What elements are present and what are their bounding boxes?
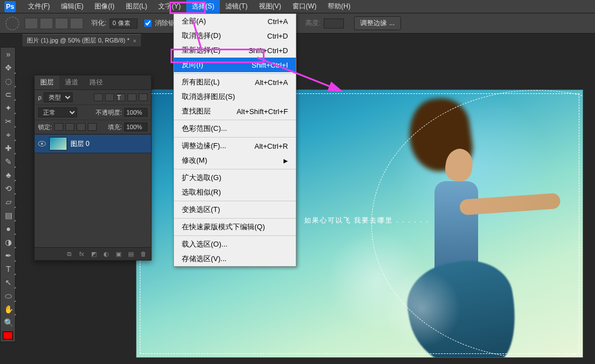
tool-brush[interactable]: ✎ bbox=[1, 155, 16, 168]
refine-edge-button[interactable]: 调整边缘 ... bbox=[354, 16, 400, 30]
menu-separator bbox=[174, 120, 296, 120]
filter-adjust-icon[interactable] bbox=[105, 93, 114, 101]
selection-intersect-button[interactable] bbox=[70, 18, 83, 29]
menu-layer[interactable]: 图层(L) bbox=[120, 0, 153, 13]
menu-item-label: 在快速蒙版模式下编辑(Q) bbox=[182, 222, 265, 232]
opacity-input[interactable] bbox=[124, 108, 148, 117]
selection-mode-group bbox=[25, 18, 83, 29]
layer-row[interactable]: 图层 0 bbox=[35, 134, 151, 153]
menu-file[interactable]: 文件(F) bbox=[22, 0, 55, 13]
selection-add-button[interactable] bbox=[40, 18, 53, 29]
current-tool-icon[interactable] bbox=[6, 17, 19, 30]
fill-input[interactable] bbox=[124, 122, 148, 131]
blend-mode-dropdown[interactable]: 正常 bbox=[38, 107, 77, 117]
tool-healing[interactable]: ✚ bbox=[1, 141, 16, 155]
tool-marquee[interactable]: ◌ bbox=[1, 74, 16, 88]
layers-empty-area bbox=[35, 153, 151, 247]
layer-fx-icon[interactable]: fx bbox=[77, 250, 86, 258]
tool-hand[interactable]: ✋ bbox=[1, 302, 16, 316]
tool-move[interactable]: ✥ bbox=[1, 61, 16, 74]
tool-history-brush[interactable]: ⟲ bbox=[1, 182, 16, 195]
delete-layer-icon[interactable]: 🗑 bbox=[139, 250, 148, 258]
filter-pixel-icon[interactable] bbox=[94, 93, 103, 101]
tab-layers[interactable]: 图层 bbox=[35, 75, 59, 89]
adjustment-layer-icon[interactable]: ◐ bbox=[102, 250, 111, 258]
menu-select[interactable]: 选择(S) bbox=[186, 0, 220, 13]
tool-crop[interactable]: ✂ bbox=[1, 115, 16, 128]
lock-transparency-icon[interactable] bbox=[54, 123, 63, 131]
new-layer-icon[interactable]: ▤ bbox=[126, 250, 135, 258]
menu-item-调整边缘F[interactable]: 调整边缘(F)...Alt+Ctrl+R bbox=[174, 139, 296, 153]
tool-eyedropper[interactable]: ⌖ bbox=[1, 128, 16, 141]
layer-filter-kind[interactable]: 类型 bbox=[44, 92, 73, 102]
layer-group-icon[interactable]: ▣ bbox=[114, 250, 123, 258]
menu-item-全部A[interactable]: 全部(A)Ctrl+A bbox=[174, 14, 296, 29]
lock-pixels-icon[interactable] bbox=[65, 123, 74, 131]
menu-item-选取相似R[interactable]: 选取相似(R) bbox=[174, 185, 296, 200]
menu-item-查找图层[interactable]: 查找图层Alt+Shift+Ctrl+F bbox=[174, 104, 296, 119]
menu-item-取消选择图层S[interactable]: 取消选择图层(S) bbox=[174, 89, 296, 104]
document-tab-close[interactable]: × bbox=[133, 37, 136, 44]
menu-item-label: 取消选择(D) bbox=[182, 31, 221, 41]
menu-view[interactable]: 视图(V) bbox=[253, 0, 287, 13]
tool-zoom[interactable]: 🔍 bbox=[1, 316, 16, 329]
menu-item-存储选区V[interactable]: 存储选区(V)... bbox=[174, 252, 296, 266]
link-layers-icon[interactable]: ⧉ bbox=[65, 250, 74, 258]
layer-thumbnail[interactable] bbox=[49, 137, 67, 150]
canvas-area: 如果心可以飞 我要去哪里 . . . . . . 图层 通道 路径 ρ 类型 T… bbox=[16, 47, 595, 364]
layer-mask-icon[interactable]: ◩ bbox=[89, 250, 98, 258]
document-tab[interactable]: 图片 (1).jpg @ 50% (图层 0, RGB/8) * × bbox=[22, 34, 141, 46]
menu-item-在快速蒙版模式下编辑Q[interactable]: 在快速蒙版模式下编辑(Q) bbox=[174, 220, 296, 234]
menu-item-修改M[interactable]: 修改(M)▶ bbox=[174, 153, 296, 168]
tool-lasso[interactable]: ⊂ bbox=[1, 88, 16, 101]
menu-help[interactable]: 帮助(H) bbox=[322, 0, 356, 13]
menu-item-所有图层L[interactable]: 所有图层(L)Alt+Ctrl+A bbox=[174, 75, 296, 89]
menu-item-label: 全部(A) bbox=[182, 16, 206, 26]
lock-all-icon[interactable] bbox=[88, 123, 97, 131]
layers-panel[interactable]: 图层 通道 路径 ρ 类型 T 正常 不透明度: 锁定: 填充: bbox=[34, 75, 152, 261]
menu-item-扩大选取G[interactable]: 扩大选取(G) bbox=[174, 171, 296, 185]
tool-stamp[interactable]: ♣ bbox=[1, 168, 16, 182]
filter-smart-icon[interactable] bbox=[139, 93, 148, 101]
feather-label: 羽化: bbox=[91, 18, 106, 28]
tool-shape[interactable]: ⬭ bbox=[1, 289, 16, 302]
menu-type[interactable]: 文字(Y) bbox=[153, 0, 186, 13]
menu-item-shortcut: Shift+Ctrl+D bbox=[248, 46, 288, 55]
layer-name[interactable]: 图层 0 bbox=[70, 139, 89, 149]
tab-paths[interactable]: 路径 bbox=[84, 75, 108, 89]
menu-item-label: 所有图层(L) bbox=[182, 77, 220, 87]
menu-window[interactable]: 窗口(W) bbox=[287, 0, 322, 13]
antialias-checkbox[interactable] bbox=[144, 20, 152, 27]
tool-dodge[interactable]: ◑ bbox=[1, 235, 16, 249]
menu-item-载入选区O[interactable]: 载入选区(O)... bbox=[174, 237, 296, 252]
tool-path-select[interactable]: ↖ bbox=[1, 276, 16, 289]
filter-shape-icon[interactable] bbox=[128, 93, 136, 101]
menu-item-变换选区T[interactable]: 变换选区(T) bbox=[174, 202, 296, 217]
menu-item-反向I[interactable]: 反向(I)Shift+Ctrl+I bbox=[174, 58, 296, 72]
menu-item-色彩范围C[interactable]: 色彩范围(C)... bbox=[174, 121, 296, 136]
selection-new-button[interactable] bbox=[25, 18, 38, 29]
select-menu-dropdown[interactable]: 全部(A)Ctrl+A取消选择(D)Ctrl+D重新选择(E)Shift+Ctr… bbox=[173, 13, 296, 267]
menu-item-取消选择D[interactable]: 取消选择(D)Ctrl+D bbox=[174, 29, 296, 43]
tool-gradient[interactable]: ▤ bbox=[1, 209, 16, 222]
lock-position-icon[interactable] bbox=[77, 123, 86, 131]
tool-blur[interactable]: ● bbox=[1, 222, 16, 235]
lock-label: 锁定: bbox=[38, 123, 52, 131]
tool-pen[interactable]: ✒ bbox=[1, 249, 16, 262]
feather-input[interactable] bbox=[110, 18, 138, 29]
opacity-label: 不透明度: bbox=[96, 108, 122, 117]
filter-type-icon[interactable]: T bbox=[116, 93, 125, 101]
menu-item-重新选择E[interactable]: 重新选择(E)Shift+Ctrl+D bbox=[174, 43, 296, 58]
tab-channels[interactable]: 通道 bbox=[59, 75, 84, 89]
tool-eraser[interactable]: ▱ bbox=[1, 195, 16, 209]
selection-subtract-button[interactable] bbox=[55, 18, 68, 29]
foreground-swatch[interactable] bbox=[3, 332, 13, 339]
menu-edit[interactable]: 编辑(E) bbox=[55, 0, 89, 13]
layers-panel-footer: ⧉ fx ◩ ◐ ▣ ▤ 🗑 bbox=[35, 247, 151, 260]
tool-magic-wand[interactable]: ✦ bbox=[1, 101, 16, 115]
tool-grip[interactable]: » bbox=[1, 48, 16, 61]
menu-image[interactable]: 图像(I) bbox=[89, 0, 120, 13]
tool-type[interactable]: T bbox=[1, 262, 16, 276]
menu-filter[interactable]: 滤镜(T) bbox=[220, 0, 253, 13]
layer-visibility-icon[interactable] bbox=[38, 141, 46, 146]
